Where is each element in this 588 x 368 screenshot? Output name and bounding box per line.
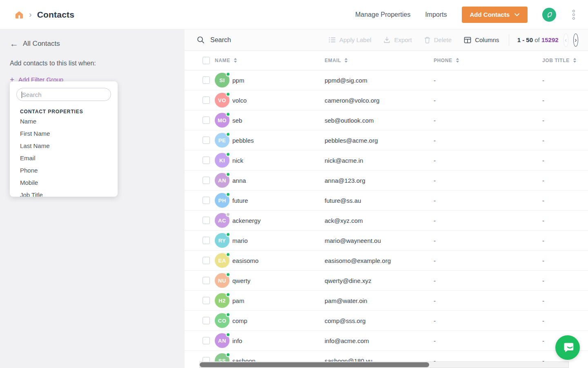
export-button[interactable]: Export: [383, 36, 412, 43]
table-row[interactable]: VO volco cameron@volco.org - -: [185, 90, 588, 110]
contact-name[interactable]: future: [232, 197, 248, 204]
table-row[interactable]: SI ppm ppmd@sig.com - -: [185, 70, 588, 90]
column-header-job-title[interactable]: JOB TITLE: [542, 58, 588, 63]
column-header-name[interactable]: NAME: [215, 58, 325, 63]
more-options-icon[interactable]: [571, 8, 577, 21]
contact-email[interactable]: seb@outlook.com: [325, 117, 434, 124]
contact-email[interactable]: mario@wayneent.ou: [325, 237, 434, 244]
contact-name[interactable]: ppm: [232, 77, 244, 84]
table-search[interactable]: [197, 36, 316, 44]
contact-email[interactable]: easisomo@example.org: [325, 257, 434, 264]
table-search-input[interactable]: [210, 36, 316, 44]
property-item[interactable]: Last Name: [20, 140, 111, 152]
apply-label-button[interactable]: Apply Label: [329, 36, 371, 43]
contact-email[interactable]: pam@water.oin: [325, 297, 434, 304]
table-row[interactable]: NU qwerty qwerty@dine.xyz - -: [185, 271, 588, 291]
search-icon: [197, 36, 205, 44]
property-search[interactable]: [16, 88, 111, 101]
row-checkbox[interactable]: [203, 237, 210, 244]
contact-name[interactable]: ackenergy: [232, 217, 261, 224]
property-item[interactable]: Job Title: [20, 189, 111, 197]
table-row[interactable]: CO comp comp@sss.org - -: [185, 311, 588, 331]
add-contacts-button[interactable]: Add Contacts: [462, 7, 528, 23]
next-page-button[interactable]: ›: [573, 34, 578, 47]
contact-job-title: -: [542, 157, 588, 164]
row-checkbox[interactable]: [203, 317, 210, 324]
columns-button[interactable]: Columns: [464, 36, 499, 43]
avatar: RY: [215, 233, 229, 248]
prev-page-button[interactable]: ‹: [564, 34, 568, 47]
contact-email[interactable]: cameron@volco.org: [325, 97, 434, 104]
status-dot-icon: [226, 252, 230, 257]
row-checkbox[interactable]: [203, 277, 210, 284]
contact-name[interactable]: easisomo: [232, 257, 258, 264]
property-item[interactable]: Name: [20, 115, 111, 128]
contact-job-title: -: [542, 317, 588, 324]
filter-intro-text: Add contacts to this list when:: [10, 60, 175, 67]
imports-link[interactable]: Imports: [425, 11, 447, 18]
row-checkbox[interactable]: [203, 137, 210, 144]
scrollbar-thumb[interactable]: [200, 362, 429, 367]
row-checkbox[interactable]: [203, 337, 210, 344]
contact-email[interactable]: qwerty@dine.xyz: [325, 277, 434, 284]
row-checkbox[interactable]: [203, 217, 210, 224]
table-row[interactable]: KI nick nick@acme.in - -: [185, 150, 588, 171]
contact-name[interactable]: qwerty: [232, 277, 250, 284]
contact-name[interactable]: pebbles: [232, 137, 254, 144]
status-dot-icon: [226, 352, 230, 357]
contact-name[interactable]: comp: [232, 317, 247, 324]
select-all-checkbox[interactable]: [203, 57, 210, 64]
row-checkbox[interactable]: [203, 96, 210, 104]
table-row[interactable]: H2 pam pam@water.oin - -: [185, 291, 588, 311]
table-row[interactable]: EA easisomo easisomo@example.org - -: [185, 251, 588, 271]
contact-name[interactable]: mario: [232, 237, 248, 244]
row-checkbox[interactable]: [203, 117, 210, 124]
contact-name[interactable]: volco: [232, 97, 247, 104]
property-item[interactable]: Phone: [20, 164, 111, 177]
row-checkbox[interactable]: [203, 257, 210, 264]
property-item[interactable]: First Name: [20, 128, 111, 140]
contact-name[interactable]: anna: [232, 177, 246, 184]
contact-email[interactable]: info@acme.com: [325, 337, 434, 344]
contact-email[interactable]: future@ss.au: [325, 197, 434, 204]
avatar-initials: KI: [219, 157, 225, 164]
column-header-phone[interactable]: PHONE: [434, 58, 542, 63]
contact-name[interactable]: nick: [232, 157, 243, 164]
row-checkbox[interactable]: [203, 76, 210, 84]
table-row[interactable]: PH future future@ss.au - -: [185, 191, 588, 211]
chat-widget-button[interactable]: [555, 335, 580, 360]
contact-email[interactable]: ppmd@sig.com: [325, 77, 434, 84]
contact-email[interactable]: nick@acme.in: [325, 157, 434, 164]
all-contacts-back[interactable]: ← All Contacts: [10, 39, 175, 48]
row-checkbox[interactable]: [203, 177, 210, 184]
table-row[interactable]: AC ackenergy ack@xyz.com - -: [185, 211, 588, 231]
delete-button[interactable]: Delete: [424, 36, 452, 43]
horizontal-scrollbar[interactable]: [199, 361, 569, 368]
table-row[interactable]: AN anna anna@123.org - -: [185, 171, 588, 191]
contact-name[interactable]: pam: [232, 297, 244, 304]
property-item[interactable]: Email: [20, 152, 111, 164]
contact-email[interactable]: anna@123.org: [325, 177, 434, 184]
user-avatar[interactable]: [542, 8, 556, 22]
pagination-total[interactable]: 15292: [541, 36, 559, 43]
property-search-input[interactable]: [22, 91, 105, 98]
row-checkbox[interactable]: [203, 197, 210, 204]
manage-properties-link[interactable]: Manage Properties: [355, 11, 410, 18]
contact-name[interactable]: info: [232, 337, 242, 344]
contact-email[interactable]: comp@sss.org: [325, 317, 434, 324]
table-row[interactable]: PE pebbles pebbles@acme.org - -: [185, 130, 588, 150]
pagination-of: of: [535, 36, 540, 43]
row-checkbox[interactable]: [203, 157, 210, 164]
contact-email[interactable]: ack@xyz.com: [325, 217, 434, 224]
table-body: SI ppm ppmd@sig.com - - VO volco cameron…: [185, 70, 588, 368]
table-row[interactable]: RY mario mario@wayneent.ou - -: [185, 231, 588, 251]
contact-phone: -: [434, 157, 542, 164]
table-row[interactable]: MO seb seb@outlook.com - -: [185, 110, 588, 130]
contact-name[interactable]: seb: [232, 117, 242, 124]
property-item[interactable]: Mobile: [20, 177, 111, 189]
column-header-email[interactable]: EMAIL: [325, 58, 434, 63]
contact-email[interactable]: pebbles@acme.org: [325, 137, 434, 144]
home-icon[interactable]: [15, 10, 24, 19]
row-checkbox[interactable]: [203, 297, 210, 304]
table-row[interactable]: AN info info@acme.com - -: [185, 331, 588, 351]
